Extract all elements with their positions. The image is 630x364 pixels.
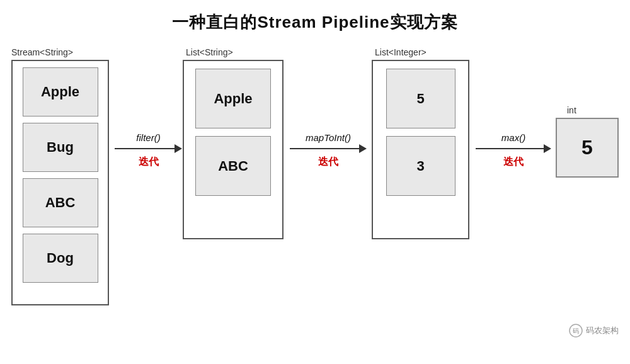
stream-item-bug: Bug <box>23 123 98 172</box>
main-title: 一种直白的Stream Pipeline实现方案 <box>0 0 630 33</box>
int-result-box: 5 <box>556 118 619 178</box>
watermark-icon: 码 <box>569 324 583 338</box>
stream-item-apple: Apple <box>23 67 98 117</box>
list-int-label: List<Integer> <box>375 47 427 57</box>
stream-item-dog: Dog <box>23 234 98 283</box>
mapToInt-arrow-group: mapToInt() 迭代 <box>290 132 367 169</box>
max-arrow-group: max() 迭代 <box>476 132 551 169</box>
list-int-box: 5 3 <box>372 60 469 239</box>
list-string-label: List<String> <box>186 47 233 57</box>
watermark: 码 码农架构 <box>569 324 619 338</box>
max-iter-label: 迭代 <box>503 156 524 169</box>
mapToInt-iter-label: 迭代 <box>318 156 338 169</box>
filter-arrow-group: filter() 迭代 <box>115 132 182 169</box>
list-int-item-3: 3 <box>386 136 455 196</box>
list-item-apple: Apple <box>195 69 271 128</box>
filter-iter-label: 迭代 <box>139 156 159 169</box>
stream-box: Apple Bug ABC Dog <box>11 60 109 305</box>
max-fn-label: max() <box>501 132 525 143</box>
svg-text:码: 码 <box>573 327 579 334</box>
stream-item-abc: ABC <box>23 178 98 227</box>
list-string-box: Apple ABC <box>183 60 284 239</box>
mapToInt-fn-label: mapToInt() <box>306 132 351 143</box>
list-item-abc: ABC <box>195 136 271 196</box>
filter-fn-label: filter() <box>136 132 160 143</box>
int-label: int <box>567 105 576 115</box>
stream-label: Stream<String> <box>11 47 73 57</box>
list-int-item-5: 5 <box>386 69 455 128</box>
